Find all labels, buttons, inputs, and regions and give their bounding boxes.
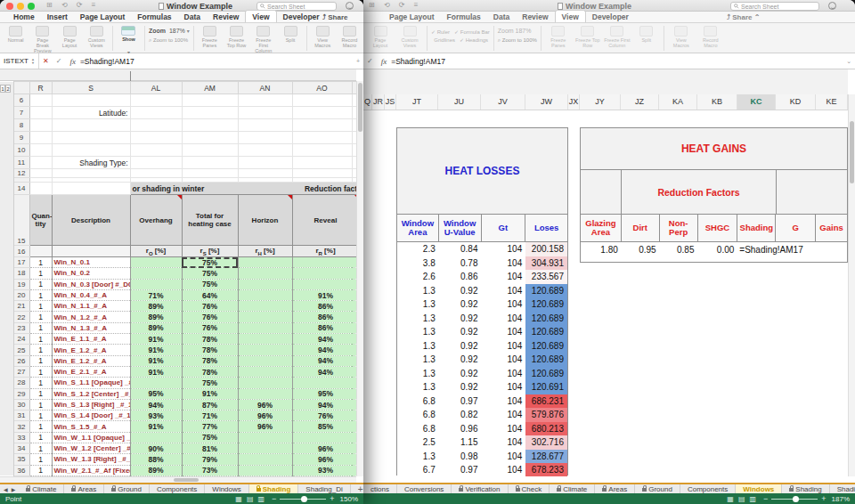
cell-AL28[interactable] bbox=[130, 378, 182, 388]
cell-S19[interactable]: Win_N_0.3 [Door] #_D00 bbox=[52, 279, 130, 289]
row-header-29[interactable]: 29 bbox=[13, 388, 29, 399]
hl-area[interactable]: 6.8 bbox=[397, 410, 439, 419]
zoom-in-icon[interactable]: + bbox=[330, 495, 334, 503]
sheet-tab-ground[interactable]: Ground bbox=[104, 484, 150, 493]
cell-AO19[interactable] bbox=[292, 279, 356, 289]
cell-AL10[interactable] bbox=[130, 144, 182, 157]
name-box[interactable]: ISTEXT▲▼ bbox=[0, 53, 39, 69]
hl-area[interactable]: 6.7 bbox=[397, 465, 439, 475]
cell-AL18[interactable] bbox=[130, 268, 182, 279]
freeze-top-row-button[interactable]: Freeze Top Row bbox=[574, 25, 601, 48]
hl-gt[interactable]: 104 bbox=[482, 313, 526, 323]
cell-S35[interactable]: Win_W_1.3 [Right] _#_10 bbox=[52, 454, 130, 465]
cell-AO20[interactable]: 91% bbox=[292, 289, 356, 300]
cell-AM21[interactable]: 76% bbox=[182, 301, 238, 312]
zoom-to-100-button[interactable]: ⌕ Zoom to 100% bbox=[498, 37, 537, 44]
hl-area[interactable]: 1.3 bbox=[397, 286, 439, 296]
cell-AM33[interactable]: 75% bbox=[182, 432, 238, 443]
hg-glazing[interactable]: 1.80 bbox=[581, 245, 622, 255]
cell-R36[interactable]: 1 bbox=[29, 465, 52, 476]
horizontal-scrollbar-left[interactable] bbox=[0, 476, 356, 483]
formula-bar-expand-icon[interactable]: + bbox=[356, 58, 363, 64]
cell-AM17[interactable]: 75% bbox=[182, 257, 238, 268]
cell-S8[interactable] bbox=[52, 119, 130, 132]
hl-loses[interactable]: 120.689 bbox=[525, 297, 567, 312]
share-button-right[interactable]: ⤴ Share ⌃ bbox=[727, 13, 760, 21]
split-button[interactable]: Split bbox=[278, 25, 302, 43]
tab-page-layout[interactable]: Page Layout bbox=[74, 11, 132, 22]
cell-AN34[interactable] bbox=[238, 443, 292, 454]
tab-data[interactable]: Data bbox=[487, 11, 516, 22]
hl-area[interactable]: 1.3 bbox=[397, 313, 439, 323]
cell-AO23[interactable]: 86% bbox=[292, 322, 356, 333]
cell-AO12[interactable] bbox=[292, 169, 352, 178]
tab-page-layout[interactable]: Page Layout bbox=[383, 11, 441, 22]
record-macro-button[interactable]: Record Macro bbox=[338, 25, 362, 48]
hl-gt[interactable]: 104 bbox=[482, 244, 526, 254]
cell-S30[interactable]: Win_S_1.3 [Right] _#_10 bbox=[52, 399, 130, 410]
row-header-19[interactable]: 19 bbox=[13, 279, 29, 289]
cell-AM32[interactable]: 77% bbox=[182, 421, 238, 432]
cell-AM18[interactable]: 75% bbox=[182, 268, 238, 279]
tab-review[interactable]: Review bbox=[207, 11, 245, 22]
scroll-left-icon[interactable]: ◀ bbox=[4, 486, 8, 492]
column-header-JS[interactable]: JS bbox=[385, 94, 396, 110]
cell-AN12[interactable] bbox=[238, 169, 292, 178]
sheet-tab-climate[interactable]: Climate bbox=[19, 484, 64, 493]
vertical-scrollbar-right[interactable] bbox=[848, 94, 855, 476]
cell-S7[interactable]: Latitude: bbox=[52, 107, 130, 119]
record-macro-button[interactable]: Record Macro bbox=[697, 25, 724, 48]
hl-loses[interactable]: 678.233 bbox=[525, 463, 567, 476]
hl-loses[interactable]: 579.876 bbox=[525, 408, 567, 422]
cell-S32[interactable]: Win_S_1.5_#_A bbox=[52, 421, 130, 432]
zoom-in-icon[interactable]: + bbox=[821, 495, 826, 503]
hl-uvalue[interactable]: 0.92 bbox=[439, 354, 482, 364]
hl-loses[interactable]: 686.231 bbox=[525, 394, 567, 409]
hl-area[interactable]: 1.3 bbox=[397, 382, 439, 392]
tab-view[interactable]: View bbox=[245, 10, 276, 22]
cell-AM10[interactable] bbox=[182, 144, 238, 157]
row-header-28[interactable]: 28 bbox=[13, 378, 29, 388]
select-all-corner[interactable] bbox=[13, 82, 29, 94]
cell-AO8[interactable] bbox=[292, 119, 352, 132]
cell-AL26[interactable]: 91% bbox=[130, 355, 182, 366]
cell-AM22[interactable]: 76% bbox=[182, 312, 238, 322]
cell-AN31[interactable]: 96% bbox=[238, 411, 292, 421]
cell-AN18[interactable] bbox=[238, 268, 292, 279]
hl-area[interactable]: 2.3 bbox=[397, 244, 439, 254]
feedback-smiley-icon[interactable] bbox=[346, 2, 354, 10]
hl-uvalue[interactable]: 1.15 bbox=[439, 437, 482, 447]
vertical-scroll-thumb[interactable] bbox=[850, 121, 854, 183]
cell-R14[interactable] bbox=[29, 183, 52, 195]
row-header-21[interactable]: 21 bbox=[13, 301, 29, 312]
freeze-first-column-button[interactable]: Freeze First Column bbox=[604, 25, 631, 48]
column-header-KA[interactable]: KA bbox=[659, 94, 697, 110]
hl-gt[interactable]: 104 bbox=[482, 369, 526, 378]
cell-R21[interactable]: 1 bbox=[29, 301, 52, 312]
cell-AL6[interactable] bbox=[130, 94, 182, 107]
sheet-tab-climate[interactable]: Climate bbox=[550, 484, 595, 493]
normal-view-icon[interactable]: ▦ bbox=[727, 495, 734, 503]
cell-AO11[interactable] bbox=[292, 157, 352, 169]
hl-loses[interactable]: 302.716 bbox=[525, 435, 567, 450]
row-header-27[interactable]: 27 bbox=[13, 366, 29, 377]
sheet-grid-right[interactable]: HEAT LOSSES Window AreaWindow U-ValueGtL… bbox=[363, 110, 848, 476]
tab-developer[interactable]: Developer bbox=[277, 11, 326, 22]
cell-AN20[interactable] bbox=[238, 289, 292, 300]
window-toolbar-icons[interactable]: ⊞ ⟲ ⟳ ≡ bbox=[369, 1, 421, 9]
cell-S9[interactable] bbox=[52, 132, 130, 144]
normal-button[interactable]: Normal bbox=[4, 25, 28, 43]
column-header-JX[interactable]: JX bbox=[568, 94, 580, 110]
maximize-icon[interactable] bbox=[28, 3, 35, 10]
cell-R20[interactable]: 1 bbox=[29, 289, 52, 300]
hl-gt[interactable]: 104 bbox=[482, 286, 526, 296]
outline-level-2[interactable]: 2 bbox=[5, 85, 11, 93]
hl-uvalue[interactable]: 0.84 bbox=[439, 244, 482, 254]
cell-AL24[interactable]: 91% bbox=[130, 334, 182, 345]
cell-S18[interactable]: Win_N_0.2 bbox=[52, 268, 130, 279]
cell-R34[interactable]: 1 bbox=[29, 443, 52, 454]
horizontal-scroll-thumb[interactable] bbox=[174, 478, 199, 482]
column-header-JZ[interactable]: JZ bbox=[621, 94, 659, 110]
cell-R17[interactable]: 1 bbox=[29, 257, 52, 268]
row-header-12[interactable]: 12 bbox=[13, 169, 29, 178]
